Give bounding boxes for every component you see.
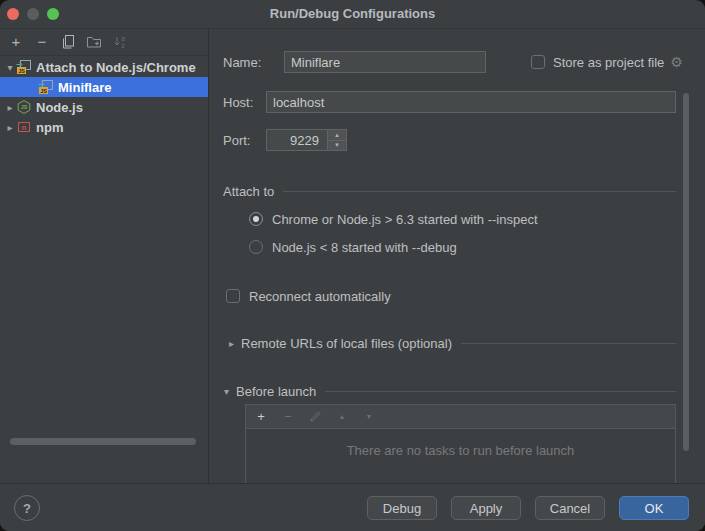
configuration-form: Name: Store as project file ⚙ Host: Port… — [209, 29, 705, 483]
chevron-right-icon[interactable]: ▸ — [4, 102, 16, 113]
copy-configuration-icon[interactable] — [60, 34, 76, 50]
attach-to-section-label: Attach to — [223, 184, 274, 199]
attach-to-section: Attach to — [223, 181, 676, 201]
port-input[interactable] — [266, 129, 328, 151]
ok-button[interactable]: OK — [619, 496, 689, 520]
stepper-down-icon[interactable]: ▼ — [328, 141, 346, 151]
radio-unselected-icon[interactable] — [249, 240, 263, 254]
tree-item-label: Miniflare — [58, 80, 111, 95]
debug-button[interactable]: Debug — [367, 496, 437, 520]
sort-configurations-icon: az — [112, 34, 128, 50]
tree-item-label: Attach to Node.js/Chrome — [36, 60, 196, 75]
host-input[interactable] — [266, 91, 676, 113]
remote-urls-section[interactable]: ▸ Remote URLs of local files (optional) — [229, 333, 676, 353]
chevron-right-icon[interactable]: ▸ — [4, 122, 16, 133]
svg-text:JS: JS — [21, 104, 28, 110]
sidebar-toolbar: + − az — [0, 29, 208, 56]
tree-item-label: npm — [36, 120, 63, 135]
add-configuration-icon[interactable]: + — [8, 34, 24, 50]
port-label: Port: — [223, 133, 250, 148]
section-divider — [325, 391, 676, 392]
nodejs-icon: JS — [16, 99, 32, 115]
svg-text:JS: JS — [18, 68, 25, 74]
add-task-icon[interactable]: + — [254, 410, 268, 424]
tree-item-attach-to-nodejs[interactable]: ▾ JS Attach to Node.js/Chrome — [0, 57, 208, 77]
name-label: Name: — [223, 55, 261, 70]
tree-item-miniflare[interactable]: JS Miniflare — [0, 77, 208, 97]
before-launch-toolbar: + − ▲ ▼ — [246, 405, 675, 429]
attach-nodejs-icon: JS — [38, 79, 54, 95]
store-as-project-file-label: Store as project file — [553, 55, 664, 70]
cancel-button[interactable]: Cancel — [535, 496, 605, 520]
chevron-right-icon[interactable]: ▸ — [229, 338, 241, 349]
chevron-down-icon[interactable]: ▾ — [224, 386, 236, 397]
dialog-footer: ? Debug Apply Cancel OK — [0, 483, 705, 531]
radio-inspect-row[interactable]: Chrome or Node.js > 6.3 started with --i… — [249, 209, 538, 229]
radio-selected-icon[interactable] — [249, 212, 263, 226]
host-row: Host: — [223, 90, 253, 114]
tree-item-nodejs[interactable]: ▸ JS Node.js — [0, 97, 208, 117]
apply-button[interactable]: Apply — [451, 496, 521, 520]
radio-debug-label: Node.js < 8 started with --debug — [272, 240, 457, 255]
dialog-buttons: Debug Apply Cancel OK — [367, 496, 689, 520]
configurations-sidebar: + − az ▾ JS Attach to Node.j — [0, 29, 209, 483]
reconnect-checkbox[interactable] — [226, 289, 240, 303]
store-as-project-file-checkbox[interactable] — [531, 55, 545, 69]
horizontal-scrollbar[interactable] — [10, 438, 196, 445]
window-title: Run/Debug Configurations — [0, 0, 705, 28]
help-button[interactable]: ? — [14, 495, 40, 521]
radio-debug-row[interactable]: Node.js < 8 started with --debug — [249, 237, 457, 257]
radio-inspect-label: Chrome or Node.js > 6.3 started with --i… — [272, 212, 538, 227]
host-label: Host: — [223, 95, 253, 110]
name-row: Name: — [223, 50, 261, 74]
remove-configuration-icon[interactable]: − — [34, 34, 50, 50]
title-bar: Run/Debug Configurations — [0, 0, 705, 29]
configurations-tree: ▾ JS Attach to Node.js/Chrome JS Minifla… — [0, 57, 208, 137]
svg-text:z: z — [121, 42, 124, 49]
before-launch-tasks-panel: + − ▲ ▼ There are no tasks to run before… — [245, 404, 676, 484]
vertical-scrollbar[interactable] — [683, 93, 689, 451]
tree-item-npm[interactable]: ▸ n npm — [0, 117, 208, 137]
stepper-up-icon[interactable]: ▲ — [328, 130, 346, 141]
edit-task-icon — [308, 410, 322, 424]
move-task-down-icon: ▼ — [362, 410, 376, 424]
store-as-project-file-row: Store as project file ⚙ — [531, 54, 683, 70]
port-row: Port: — [223, 128, 250, 152]
port-stepper: ▲ ▼ — [328, 129, 347, 151]
before-launch-section-label: Before launch — [236, 384, 316, 399]
remote-urls-section-label: Remote URLs of local files (optional) — [241, 336, 452, 351]
attach-nodejs-icon: JS — [16, 59, 32, 75]
npm-icon: n — [16, 119, 32, 135]
name-input[interactable] — [284, 51, 486, 73]
reconnect-label: Reconnect automatically — [249, 289, 391, 304]
section-divider — [283, 191, 676, 192]
before-launch-section[interactable]: ▾ Before launch — [224, 381, 676, 401]
run-debug-configurations-dialog: Run/Debug Configurations + − az ▾ — [0, 0, 705, 531]
svg-text:JS: JS — [40, 88, 47, 94]
tree-item-label: Node.js — [36, 100, 83, 115]
remove-task-icon: − — [281, 410, 295, 424]
move-task-up-icon: ▲ — [335, 410, 349, 424]
new-folder-icon[interactable] — [86, 34, 102, 50]
section-divider — [461, 343, 676, 344]
svg-text:n: n — [22, 124, 26, 131]
chevron-down-icon[interactable]: ▾ — [4, 62, 16, 73]
reconnect-row[interactable]: Reconnect automatically — [226, 286, 391, 306]
gear-icon[interactable]: ⚙ — [670, 54, 683, 70]
before-launch-empty-text: There are no tasks to run before launch — [246, 443, 675, 458]
